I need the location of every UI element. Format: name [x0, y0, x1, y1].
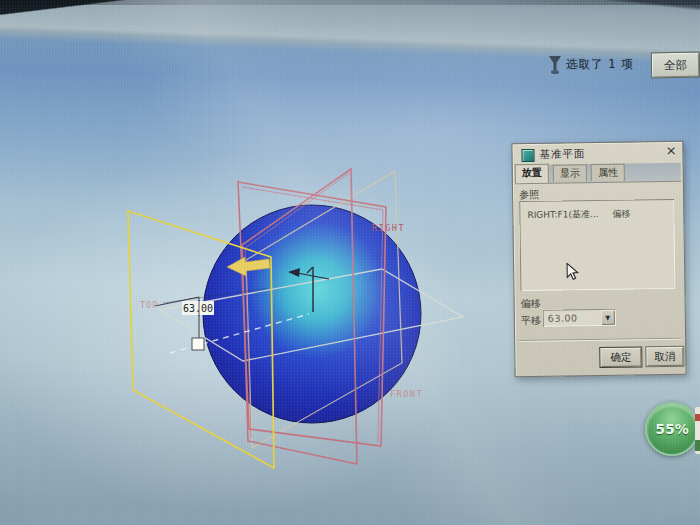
tab-display[interactable]: 显示: [553, 164, 587, 181]
right-plane-label: RIGHT: [372, 223, 405, 233]
dialog-tab-bar: 放置 显示 属性: [515, 163, 681, 184]
translate-label: 平移: [521, 314, 541, 328]
reference-row[interactable]: RIGHT:F1(基准... 偏移: [527, 207, 668, 222]
dialog-title: 基准平面: [539, 147, 585, 162]
offset-value[interactable]: 63.00: [548, 312, 578, 323]
cancel-button[interactable]: 取消: [645, 346, 684, 368]
datum-plane-dialog: 基准平面 × 放置 显示 属性 参照 RIGHT:F1(基准... 偏移 偏移 …: [511, 141, 686, 377]
tab-placement[interactable]: 放置: [515, 164, 549, 183]
dialog-separator: [519, 338, 681, 342]
screen-edge-artifact: [695, 407, 700, 454]
front-plane-label: FRONT: [390, 389, 423, 399]
reference-name: RIGHT:F1(基准...: [527, 208, 598, 222]
mouse-cursor: [566, 262, 579, 281]
offset-section-label: 偏移: [521, 297, 541, 311]
close-icon[interactable]: ×: [665, 144, 676, 158]
offset-value-combobox[interactable]: 63.00 ▼: [543, 309, 616, 327]
references-list[interactable]: RIGHT:F1(基准... 偏移: [519, 199, 675, 291]
top-plane-label: TOP: [140, 300, 158, 310]
sphere-model[interactable]: [203, 205, 421, 423]
dimension-text[interactable]: 63.00: [183, 303, 213, 314]
offset-dimension[interactable]: 63.00: [182, 300, 214, 316]
chevron-down-icon[interactable]: ▼: [601, 310, 615, 325]
ok-button[interactable]: 确定: [599, 346, 642, 368]
offset-drag-handle[interactable]: [192, 338, 204, 350]
tab-properties[interactable]: 属性: [591, 164, 625, 181]
datum-plane-icon: [521, 149, 534, 162]
battery-indicator: 55%: [645, 402, 699, 456]
monitor-photo: 63.00 RIGHT FRONT TOP 选取了 1 项 全部 基准平面 × …: [0, 0, 700, 525]
reference-constraint[interactable]: 偏移: [612, 208, 630, 221]
